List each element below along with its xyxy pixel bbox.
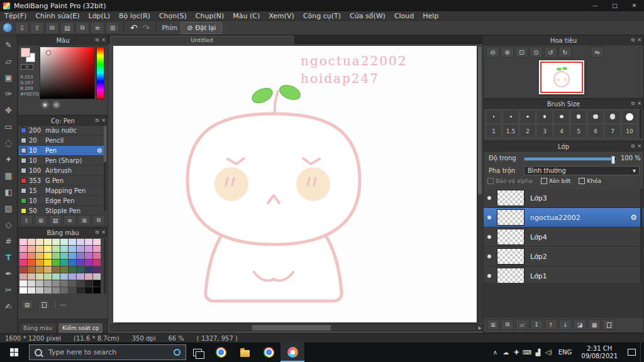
palette-swatch[interactable] <box>44 273 52 280</box>
palette-swatch[interactable] <box>28 239 35 245</box>
popout-icon[interactable]: ⧉ <box>631 101 635 107</box>
palette-swatch[interactable] <box>28 287 35 293</box>
zoom-in-icon[interactable]: ⊕ <box>501 47 514 58</box>
canvas[interactable]: ngoctua22002 hoidap247 <box>113 46 477 322</box>
visibility-eye-icon[interactable] <box>487 274 491 278</box>
menu-item[interactable]: Tệp(F) <box>0 12 31 20</box>
redo-icon[interactable]: ↷ <box>140 23 153 33</box>
transparent-color-button[interactable]: ◍ <box>52 101 60 109</box>
palette-swatch[interactable] <box>44 246 52 252</box>
blend-mode-dropdown[interactable]: Bình thường ▾ <box>524 166 640 175</box>
move-tool[interactable]: ✥ <box>1 102 16 118</box>
layer-row[interactable]: Lớp3 <box>484 189 643 208</box>
list-icon[interactable]: ≡ <box>64 215 76 226</box>
divide-tool[interactable]: ✂ <box>1 282 16 298</box>
palette-swatch[interactable] <box>52 280 60 287</box>
brush-item[interactable]: 15Mapping Pen <box>19 186 104 196</box>
brush-item[interactable]: 20Pencil <box>19 136 104 146</box>
palette-swatch[interactable] <box>36 287 43 293</box>
palette-swatch[interactable] <box>44 260 52 266</box>
upload-icon[interactable]: ⇧ <box>20 215 33 226</box>
palette-swatch[interactable] <box>69 260 76 266</box>
eyedropper-button[interactable]: ◉ <box>41 101 49 109</box>
brush-size-dot-cell[interactable] <box>502 109 519 124</box>
close-icon[interactable]: ✕ <box>637 37 641 43</box>
mail-icon[interactable]: ✉ <box>45 22 59 34</box>
palette-swatch[interactable] <box>36 246 43 252</box>
palette-scrollbar[interactable] <box>104 239 106 294</box>
brush-size-dot-cell[interactable] <box>536 109 553 124</box>
network-icon[interactable]: ▟ <box>533 349 543 356</box>
brush-size-dot-cell[interactable] <box>570 109 587 124</box>
opacity-slider-handle[interactable] <box>611 156 615 164</box>
close-icon[interactable]: ✕ <box>101 37 106 43</box>
popout-icon[interactable]: ⧉ <box>631 143 635 150</box>
list-icon[interactable]: ≡ <box>91 22 104 34</box>
saturation-value-picker[interactable] <box>40 47 95 99</box>
palette-swatch[interactable] <box>77 266 84 273</box>
palette-swatch[interactable] <box>77 273 84 280</box>
palette-swatch[interactable] <box>52 260 60 266</box>
taskbar-search[interactable] <box>29 344 186 360</box>
clipping-icon[interactable]: ◪ <box>574 319 586 330</box>
gradient-tool[interactable]: ▨ <box>1 200 16 216</box>
horizontal-scrollbar[interactable] <box>110 324 477 331</box>
palette-swatch[interactable] <box>69 273 76 280</box>
palette-swatch[interactable] <box>93 287 101 293</box>
palette-swatch[interactable] <box>85 239 92 245</box>
undo-icon[interactable]: ↶ <box>128 23 140 33</box>
brush-size-label-cell[interactable]: 6 <box>587 124 604 138</box>
close-icon[interactable]: ✕ <box>101 118 106 123</box>
brush-size-label-cell[interactable]: 10 <box>621 124 638 138</box>
brush-item[interactable]: 10Pen⚙ <box>19 146 104 156</box>
vertical-scrollbar[interactable] <box>477 46 482 322</box>
visibility-eye-icon[interactable] <box>487 216 491 219</box>
brush-size-dot-cell[interactable] <box>519 109 536 124</box>
eraser-tool[interactable]: ▱ <box>1 53 16 69</box>
hand-tool[interactable]: ✍ <box>1 298 16 314</box>
palette-swatch[interactable] <box>77 260 84 266</box>
palette-swatch[interactable] <box>60 239 68 245</box>
palette-swatch[interactable] <box>52 239 60 245</box>
left-panel-tab[interactable]: Bảng màu <box>19 322 57 333</box>
brush-size-dot-cell[interactable] <box>587 109 604 124</box>
brush-size-label-cell[interactable]: 3 <box>536 124 553 138</box>
menu-item[interactable]: Chụp(N) <box>191 12 228 20</box>
opacity-slider[interactable] <box>524 157 617 161</box>
palette-swatch[interactable] <box>44 253 52 259</box>
actual-size-icon[interactable]: ⊙ <box>530 47 543 58</box>
document-tab[interactable]: Untitled <box>110 36 294 44</box>
eyedropper-tool[interactable]: ✒ <box>1 265 16 282</box>
copy-icon[interactable]: ⧉ <box>92 215 105 226</box>
grid-select-tool[interactable]: ▦ <box>1 167 16 184</box>
palette-swatch[interactable] <box>60 280 68 287</box>
palette-swatch[interactable] <box>44 280 52 287</box>
brush-tool[interactable]: ✑ <box>1 85 16 102</box>
palette-swatch[interactable] <box>52 273 60 280</box>
keyboard-icon[interactable]: ⌨ <box>522 349 533 356</box>
palette-swatch[interactable] <box>85 253 92 259</box>
palette-swatch[interactable] <box>44 266 52 273</box>
grid-icon[interactable]: ⊞ <box>78 215 91 226</box>
hue-slider[interactable] <box>96 47 104 99</box>
menu-item[interactable]: Chọn(S) <box>155 12 191 20</box>
palette-swatch[interactable] <box>85 260 92 266</box>
menu-item[interactable]: Chỉnh sửa(E) <box>31 12 84 20</box>
palette-swatch[interactable] <box>28 266 35 273</box>
palette-swatch[interactable] <box>77 280 84 287</box>
brush-size-label-cell[interactable]: 5 <box>570 124 587 138</box>
color-picker-marker[interactable] <box>46 50 51 55</box>
trash-icon[interactable] <box>602 319 615 330</box>
palette-swatch[interactable] <box>36 253 43 259</box>
palette-swatch[interactable] <box>52 287 60 293</box>
palette-swatch[interactable] <box>28 253 35 259</box>
search-input[interactable] <box>47 348 157 357</box>
palette-swatch[interactable] <box>19 260 27 266</box>
upload-icon[interactable]: ⇧ <box>30 22 44 34</box>
layer-row[interactable]: Lớp4 <box>484 228 643 247</box>
palette-swatch[interactable] <box>52 253 60 259</box>
language-indicator[interactable]: ENG <box>554 349 577 356</box>
palette-swatch[interactable] <box>60 246 68 252</box>
palette-swatch[interactable] <box>93 246 101 252</box>
hidden-icons-icon[interactable]: ∧ <box>490 349 501 356</box>
